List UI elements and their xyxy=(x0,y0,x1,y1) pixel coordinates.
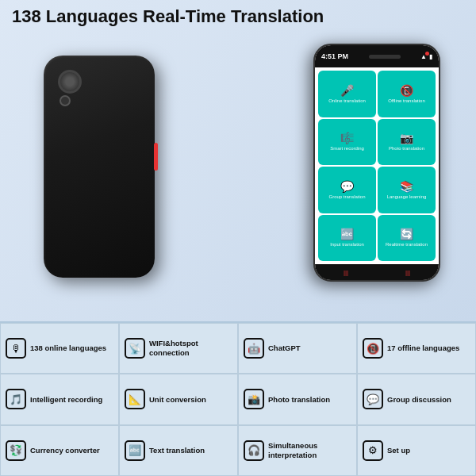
feature-text-10: Simultaneous interpretation xyxy=(268,441,351,460)
feature-icon-3: 📵 xyxy=(363,338,383,359)
phone-speaker xyxy=(369,55,401,59)
feature-icon-8: 💱 xyxy=(6,440,26,461)
app-label-4: Group translation xyxy=(328,194,365,200)
feature-item-6: 📸 Photo translation xyxy=(238,374,357,424)
phone-back-red-button xyxy=(154,143,158,171)
feature-item-2: 🤖 ChatGPT xyxy=(238,323,357,374)
phone-screen: 4:51 PM ▲ ▮ 🎤 Online translation 📵 Offli xyxy=(315,45,439,280)
app-label-6: Input translation xyxy=(330,242,364,248)
feature-text-3: 17 offline languages xyxy=(387,344,459,353)
app-icon-5: 📚 xyxy=(400,180,413,193)
app-item-4[interactable]: 💬 Group translation xyxy=(318,167,376,213)
app-label-3: Photo translation xyxy=(389,146,424,152)
feature-text-8: Currency converter xyxy=(30,446,100,455)
app-icon-3: 📷 xyxy=(400,132,413,144)
feature-item-7: 💬 Group discussion xyxy=(357,374,476,424)
headline: 138 Languages Real-Time Translation xyxy=(12,6,464,27)
feature-text-11: Set up xyxy=(387,446,410,455)
feature-icon-11: ⚙ xyxy=(363,440,383,461)
feature-icon-10: 🎧 xyxy=(244,440,264,461)
feature-item-10: 🎧 Simultaneous interpretation xyxy=(238,425,357,476)
feature-icon-6: 📸 xyxy=(244,389,264,409)
feature-icon-9: 🔤 xyxy=(125,440,145,461)
feature-icon-0: 🎙 xyxy=(6,338,26,359)
feature-item-5: 📐 Unit conversion xyxy=(119,374,238,424)
feature-item-9: 🔤 Text translation xyxy=(119,425,238,476)
phone-time: 4:51 PM xyxy=(321,52,348,60)
app-label-5: Language learning xyxy=(387,194,427,200)
phone-top-bar: 4:51 PM ▲ ▮ xyxy=(315,45,439,67)
feature-item-4: 🎵 Intelligent recording xyxy=(0,374,119,424)
feature-text-7: Group discussion xyxy=(387,395,451,405)
app-item-1[interactable]: 📵 Offline translation xyxy=(378,71,436,117)
app-icon-1: 📵 xyxy=(400,84,413,97)
app-grid: 🎤 Online translation 📵 Offline translati… xyxy=(315,67,439,264)
feature-icon-7: 💬 xyxy=(363,389,383,409)
app-item-0[interactable]: 🎤 Online translation xyxy=(318,71,376,117)
feature-item-1: 📡 WIFI&hotspot connection xyxy=(119,323,238,374)
app-item-2[interactable]: 🎼 Smart recording xyxy=(318,119,376,166)
feature-item-8: 💱 Currency converter xyxy=(0,425,119,476)
app-item-5[interactable]: 📚 Language learning xyxy=(378,167,436,213)
app-item-7[interactable]: 🔄 Realtime translation xyxy=(378,215,436,262)
feature-text-4: Intelligent recording xyxy=(30,395,102,405)
battery-icon: ▮ xyxy=(429,53,432,60)
feature-text-5: Unit conversion xyxy=(149,395,206,405)
app-label-7: Realtime translation xyxy=(386,242,428,248)
phone-bottom-bar: ||| ||| xyxy=(315,264,439,280)
feature-icon-5: 📐 xyxy=(125,389,145,409)
feature-item-11: ⚙ Set up xyxy=(357,425,476,476)
bottom-icon-left: ||| xyxy=(344,269,348,276)
app-label-2: Smart recording xyxy=(330,146,364,152)
top-section: 138 Languages Real-Time Translation 4:51… xyxy=(0,0,476,321)
feature-icon-2: 🤖 xyxy=(244,338,264,359)
bottom-icon-right: ||| xyxy=(405,269,410,276)
feature-grid: 🎙 138 online languages 📡 WIFI&hotspot co… xyxy=(0,321,476,476)
app-icon-7: 🔄 xyxy=(400,228,413,240)
app-icon-0: 🎤 xyxy=(340,84,354,97)
feature-item-0: 🎙 138 online languages xyxy=(0,323,119,374)
app-icon-4: 💬 xyxy=(340,180,354,193)
phone-red-dot xyxy=(425,52,429,56)
feature-icon-4: 🎵 xyxy=(6,389,26,409)
feature-text-9: Text translation xyxy=(149,446,205,455)
main-container: 138 Languages Real-Time Translation 4:51… xyxy=(0,0,476,476)
app-label-0: Online translation xyxy=(328,98,366,104)
phone-front: 4:51 PM ▲ ▮ 🎤 Online translation 📵 Offli xyxy=(313,44,440,282)
feature-icon-1: 📡 xyxy=(125,338,145,359)
app-item-3[interactable]: 📷 Photo translation xyxy=(378,119,436,166)
app-icon-6: 🔤 xyxy=(340,228,354,240)
app-icon-2: 🎼 xyxy=(340,132,354,144)
feature-text-6: Photo translation xyxy=(268,395,330,405)
feature-text-0: 138 online languages xyxy=(30,344,106,353)
feature-text-1: WIFI&hotspot connection xyxy=(149,339,232,358)
feature-text-2: ChatGPT xyxy=(268,344,301,353)
feature-item-3: 📵 17 offline languages xyxy=(357,323,476,374)
app-item-6[interactable]: 🔤 Input translation xyxy=(318,215,376,262)
app-label-1: Offline translation xyxy=(388,98,425,104)
phone-back xyxy=(44,56,155,278)
